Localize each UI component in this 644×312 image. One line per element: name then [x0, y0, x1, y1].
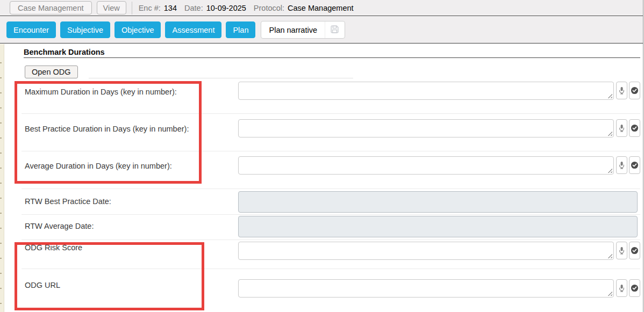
maximum-duration-input[interactable] [238, 82, 614, 100]
left-ruler-strip [0, 44, 4, 312]
tab-assessment[interactable]: Assessment [165, 21, 221, 38]
tab-encounter[interactable]: Encounter [6, 21, 56, 38]
odg-url-input[interactable] [238, 279, 614, 298]
verify-button[interactable] [629, 242, 640, 259]
mic-button[interactable] [616, 279, 627, 297]
divider [22, 240, 640, 240]
right-edge-border [643, 0, 643, 312]
tab-plan[interactable]: Plan [226, 21, 255, 38]
plan-narrative-label: Plan narrative [261, 26, 324, 34]
save-icon [330, 25, 339, 35]
average-duration-input[interactable] [238, 156, 614, 175]
page-title: Benchmark Durations [24, 48, 105, 56]
tab-objective[interactable]: Objective [115, 21, 161, 38]
verify-button[interactable] [629, 156, 640, 174]
protocol-label: Protocol: [254, 4, 284, 12]
verify-button[interactable] [629, 119, 640, 137]
average-duration-field [238, 156, 614, 175]
case-management-button[interactable]: Case Management [10, 1, 92, 14]
verify-button[interactable] [629, 279, 640, 297]
best-practice-duration-input[interactable] [238, 119, 614, 137]
divider [22, 151, 640, 151]
save-narrative-button[interactable] [325, 21, 345, 38]
field-label-average-duration: Average Duration in Days (key in number)… [25, 162, 172, 170]
field-label-best-practice-duration: Best Practice Duration in Days (key in n… [25, 125, 189, 133]
odg-risk-score-input[interactable] [238, 242, 614, 260]
mic-button[interactable] [616, 156, 627, 174]
rtw-best-practice-date-input [238, 191, 638, 213]
divider [132, 2, 132, 14]
odg-url-field [238, 279, 614, 298]
field-label-maximum-duration: Maximum Duration in Days (key in number)… [25, 88, 177, 96]
plan-narrative-button[interactable]: Plan narrative [261, 21, 345, 39]
field-label-odg-url: ODG URL [25, 281, 60, 289]
best-practice-duration-field [238, 119, 614, 137]
divider [22, 269, 640, 269]
field-label-rtw-average-date: RTW Average Date: [25, 222, 94, 230]
top-bar: Case Management View Enc #: 134 Date: 10… [0, 0, 643, 16]
date-label: Date: [184, 4, 203, 12]
protocol-value: Case Management [288, 4, 354, 12]
annotation-highlight-box-odg [15, 242, 204, 310]
divider [22, 188, 640, 189]
mic-button[interactable] [616, 242, 627, 259]
open-odg-button[interactable]: Open ODG [25, 66, 78, 78]
divider [22, 113, 640, 114]
tab-subjective[interactable]: Subjective [60, 21, 110, 38]
field-label-rtw-best-practice-date: RTW Best Practice Date: [25, 197, 111, 206]
mic-button[interactable] [616, 82, 627, 99]
view-button[interactable]: View [97, 1, 126, 14]
mic-button[interactable] [616, 119, 627, 137]
soap-toolbar: Encounter Subjective Objective Assessmen… [0, 17, 643, 43]
enc-value: 134 [164, 4, 177, 12]
divider [22, 214, 640, 215]
divider [24, 57, 640, 58]
verify-button[interactable] [629, 82, 640, 99]
date-value: 10-09-2025 [206, 4, 246, 12]
field-label-odg-risk-score: ODG Risk Score [25, 243, 82, 252]
divider [89, 78, 353, 78]
rtw-average-date-input [238, 216, 638, 237]
maximum-duration-field [238, 82, 614, 100]
odg-risk-score-field [238, 242, 614, 260]
enc-label: Enc #: [139, 4, 161, 12]
